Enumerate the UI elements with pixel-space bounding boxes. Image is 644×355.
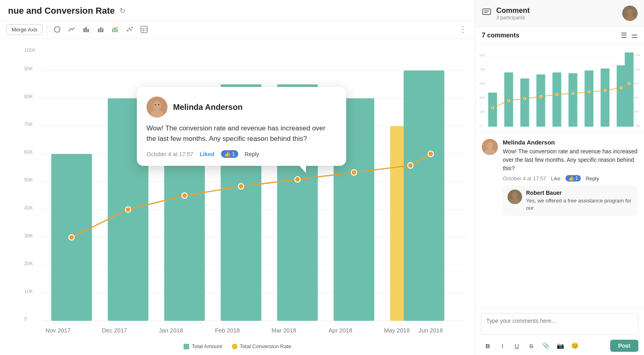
svg-text:Nov 2017: Nov 2017 xyxy=(45,327,70,334)
comment-input[interactable] xyxy=(481,313,638,335)
underline-button[interactable]: U xyxy=(510,340,524,352)
post-button[interactable]: Post xyxy=(610,340,638,352)
svg-text:9%: 9% xyxy=(634,82,639,85)
svg-text:6%: 6% xyxy=(634,96,639,99)
refresh-icon[interactable]: ↻ xyxy=(120,6,126,15)
svg-rect-49 xyxy=(404,70,444,321)
svg-rect-9 xyxy=(102,28,103,29)
chart-panel: nue and Conversion Rate ↻ Merge Axis xyxy=(0,0,475,355)
list-view-icon[interactable]: ⚌ xyxy=(631,31,638,40)
comment-panel-title: Comment xyxy=(496,6,530,15)
svg-text:50K: 50K xyxy=(24,177,33,183)
comment-panel-header: Comment 3 participants xyxy=(475,0,644,27)
svg-text:40K: 40K xyxy=(24,205,33,211)
tooltip-timestamp: October 4 at 17:57 xyxy=(147,151,193,157)
comment-author: Melinda Anderson xyxy=(503,139,638,146)
chart-type-stacked-bar-icon[interactable] xyxy=(95,24,107,35)
svg-point-108 xyxy=(556,93,558,96)
emoji-button[interactable]: 😊 xyxy=(568,340,582,352)
comment-avatar-melinda xyxy=(482,139,498,155)
svg-point-16 xyxy=(131,27,133,28)
svg-rect-96 xyxy=(520,78,529,127)
more-options-button[interactable]: ⋮ xyxy=(457,25,469,34)
svg-rect-98 xyxy=(553,72,561,127)
hamburger-menu-icon[interactable]: ☰ xyxy=(621,31,627,40)
svg-rect-99 xyxy=(568,73,577,127)
chart-legend: Total Amount Total Conversion Rate xyxy=(0,339,475,355)
chart-type-bar-icon[interactable] xyxy=(80,24,92,35)
reply-item: Robert Bauer Yes, we offered a free assi… xyxy=(503,186,638,216)
comment-count-bar: 7 comments ☰ ⚌ xyxy=(475,27,644,44)
reply-content: Robert Bauer Yes, we offered a free assi… xyxy=(526,190,633,212)
svg-rect-3 xyxy=(87,29,89,32)
merge-axis-button[interactable]: Merge Axis xyxy=(6,24,43,35)
svg-text:3%: 3% xyxy=(634,110,639,114)
svg-point-109 xyxy=(572,92,574,95)
svg-rect-10 xyxy=(112,29,114,32)
tooltip-footer: October 4 at 17:57 Liked 👍 1 Reply xyxy=(147,150,335,158)
comment-timestamp: October 4 at 17:57 xyxy=(503,175,546,182)
svg-text:Apr 2018: Apr 2018 xyxy=(328,327,352,334)
bold-button[interactable]: B xyxy=(481,340,495,352)
svg-point-111 xyxy=(604,89,606,92)
like-icon: 👍 xyxy=(568,175,574,181)
svg-rect-7 xyxy=(100,27,101,29)
svg-text:Dec 2017: Dec 2017 xyxy=(102,327,127,334)
comment-reply-button[interactable]: Reply xyxy=(586,175,599,182)
comment-input-area: B I U S 📎 📷 😊 Post xyxy=(475,308,644,355)
italic-button[interactable]: I xyxy=(495,340,509,352)
svg-text:12%: 12% xyxy=(634,54,640,57)
svg-point-107 xyxy=(540,95,542,98)
svg-point-125 xyxy=(487,142,493,149)
attachment-button[interactable]: 📎 xyxy=(539,340,553,352)
svg-text:Jan 2018: Jan 2018 xyxy=(159,327,183,334)
comment-content: Melinda Anderson Wow! The conversion rat… xyxy=(503,139,638,216)
image-button[interactable]: 📷 xyxy=(553,340,567,352)
svg-rect-71 xyxy=(483,9,491,14)
svg-rect-100 xyxy=(584,70,593,127)
like-thumb-icon: 👍 xyxy=(224,151,231,157)
comment-item: Melinda Anderson Wow! The conversion rat… xyxy=(482,139,638,216)
svg-text:90K: 90K xyxy=(479,54,485,57)
chart-type-table-icon[interactable] xyxy=(138,24,150,35)
svg-point-56 xyxy=(408,163,413,168)
svg-point-13 xyxy=(127,30,128,31)
legend-total-conversion: Total Conversion Rate xyxy=(232,343,291,349)
svg-point-113 xyxy=(628,83,630,85)
svg-point-112 xyxy=(620,87,622,89)
reply-author: Robert Bauer xyxy=(526,190,633,196)
chart-type-line-icon[interactable] xyxy=(66,24,78,35)
svg-text:10%: 10% xyxy=(634,68,640,71)
svg-point-14 xyxy=(128,28,130,29)
tooltip-liked-button[interactable]: Liked xyxy=(200,151,215,157)
comment-panel-subtitle: 3 participants xyxy=(496,15,530,21)
svg-text:20K: 20K xyxy=(24,261,33,266)
comment-like-button[interactable]: Like xyxy=(551,175,561,182)
svg-point-67 xyxy=(153,101,161,110)
reply-text: Yes, we offered a free assistance progra… xyxy=(526,197,633,212)
chart-type-circle-icon[interactable] xyxy=(51,24,63,35)
reply-avatar-robert xyxy=(508,190,522,204)
strikethrough-button[interactable]: S xyxy=(524,340,538,352)
user-avatar xyxy=(622,6,638,21)
tooltip-author: Melinda Anderson xyxy=(173,103,243,112)
comment-count-text: 7 comments xyxy=(482,32,519,39)
chart-type-scatter-icon[interactable] xyxy=(124,24,136,35)
svg-point-53 xyxy=(238,184,244,189)
like-count: 1 xyxy=(576,175,578,181)
comment-tooltip: Melinda Anderson Wow! The conversion rat… xyxy=(137,87,346,166)
svg-point-110 xyxy=(588,91,590,93)
svg-text:30K: 30K xyxy=(479,96,485,99)
svg-point-50 xyxy=(69,235,74,240)
tooltip-text: Wow! The conversion rate and revenue has… xyxy=(147,123,335,144)
svg-text:May 2018: May 2018 xyxy=(384,327,410,334)
chart-header: nue and Conversion Rate ↻ xyxy=(0,0,475,21)
svg-text:10K: 10K xyxy=(479,110,485,114)
mini-chart-area: 0 10K 30K 50K 70K 90K 0% 3% 6% 9% 10% 12… xyxy=(475,44,644,132)
tooltip-header: Melinda Anderson xyxy=(147,97,335,118)
svg-point-69 xyxy=(155,104,156,105)
comment-input-toolbar: B I U S 📎 📷 😊 Post xyxy=(481,340,638,352)
tooltip-reply-button[interactable]: Reply xyxy=(245,151,259,157)
svg-text:100K: 100K xyxy=(24,47,36,53)
chart-type-combo-icon[interactable] xyxy=(109,24,121,35)
